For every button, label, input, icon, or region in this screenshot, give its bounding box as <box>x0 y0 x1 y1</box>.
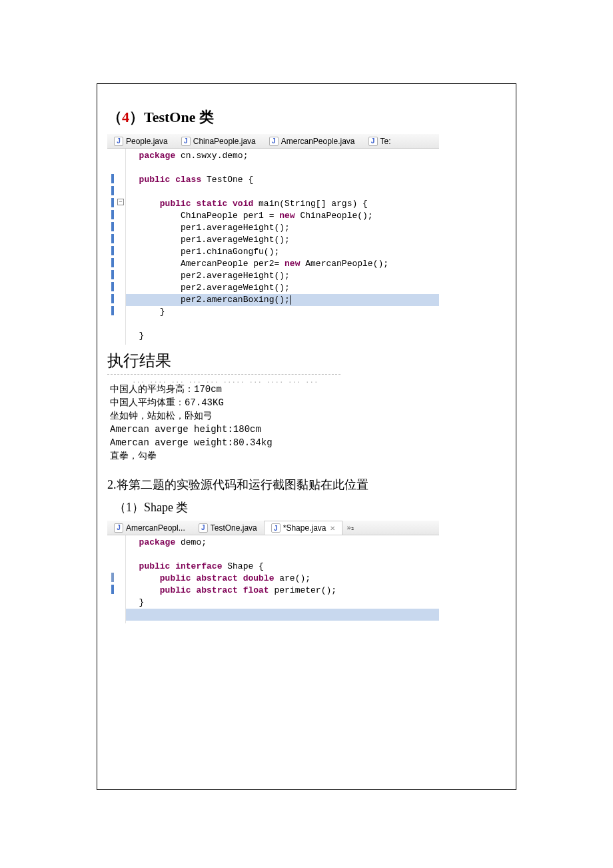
code-line[interactable]: } <box>126 306 439 318</box>
editor-tab[interactable]: JPeople.java <box>107 134 175 149</box>
section-4-heading: （4）TestOne 类 <box>107 107 506 127</box>
code-text: } <box>139 597 145 607</box>
code-line[interactable]: per2.averageWeight(); <box>126 282 439 294</box>
tab-label: Te: <box>380 137 391 146</box>
tab-label: TestOne.java <box>211 523 257 533</box>
editor-testone: JPeople.javaJChinaPeople.javaJAmercanPeo… <box>107 134 439 345</box>
code-text: demo; <box>175 537 207 547</box>
code-editor-2[interactable]: package demo; public interface Shape { p… <box>107 535 439 623</box>
code-text: perimeter(); <box>269 585 336 595</box>
change-marker-icon <box>111 306 114 315</box>
console-header-dots: ··· ···· ··· ··· ··· ····· ··· ···· ··· … <box>110 376 340 383</box>
java-file-icon: J <box>199 523 208 533</box>
editor-tab[interactable]: JChinaPeople.java <box>175 134 263 149</box>
gutter-1: − <box>107 149 126 345</box>
gutter-row <box>107 317 125 329</box>
code-text: TestOne { <box>201 175 253 185</box>
code-line[interactable]: public abstract float perimeter(); <box>126 585 439 597</box>
result-heading: 执行结果 <box>107 350 506 371</box>
gutter-row <box>107 149 125 161</box>
editor-tab[interactable]: J*Shape.java✕ <box>264 521 343 535</box>
gutter-row <box>107 329 125 341</box>
editor-tab[interactable]: JTe: <box>362 134 398 149</box>
code-editor-1[interactable]: − package cn.swxy.demo; public class Tes… <box>107 149 439 345</box>
code-line[interactable]: ChinaPeople per1 = new ChinaPeople(); <box>126 210 439 222</box>
change-marker-icon <box>111 186 114 195</box>
code-text: ChinaPeople(); <box>295 211 373 221</box>
code-line[interactable] <box>126 609 439 621</box>
change-marker-icon <box>111 174 114 183</box>
code-line[interactable]: per1.chinaGongfu(); <box>126 246 439 258</box>
java-file-icon: J <box>114 137 123 146</box>
keyword: new <box>279 211 295 221</box>
gutter-row <box>107 269 125 281</box>
code-line[interactable]: per2.amercanBoxing(); <box>126 294 439 306</box>
gutter-row <box>107 547 125 559</box>
code-text: are(); <box>274 573 310 583</box>
code-line[interactable]: per1.averageWeight(); <box>126 234 439 246</box>
code-line[interactable] <box>126 318 439 330</box>
gutter-2 <box>107 535 126 623</box>
editor-tab[interactable]: JAmercanPeopl... <box>107 521 192 535</box>
tab-label: ChinaPeople.java <box>193 137 256 146</box>
gutter-row <box>107 571 125 583</box>
code-text: per2.averageHeight(); <box>181 271 290 281</box>
gutter-row <box>107 535 125 547</box>
tab-bar-2: JAmercanPeopl...JTestOne.javaJ*Shape.jav… <box>107 521 439 535</box>
java-file-icon: J <box>181 137 191 146</box>
editor-tab[interactable]: JTestOne.java <box>192 521 264 535</box>
change-marker-icon <box>111 294 114 303</box>
java-file-icon: J <box>114 523 123 533</box>
code-text: AmercanPeople per2= <box>181 259 285 269</box>
code-line[interactable] <box>126 549 439 561</box>
code-line[interactable]: public abstract double are(); <box>126 573 439 585</box>
code-text: AmercanPeople(); <box>300 259 388 269</box>
code-line[interactable]: } <box>126 597 439 609</box>
java-file-icon: J <box>269 137 279 146</box>
code-line[interactable]: per2.averageHeight(); <box>126 270 439 282</box>
change-marker-icon <box>111 246 114 255</box>
code-line[interactable]: } <box>126 330 439 342</box>
console-line: Amercan averge height:180cm <box>110 423 340 436</box>
code-text: } <box>139 331 145 341</box>
code-text: per1.averageHeight(); <box>181 223 290 233</box>
console-line: Amercan averge weight:80.34kg <box>110 436 340 449</box>
gutter-row <box>107 245 125 257</box>
gutter-row <box>107 209 125 221</box>
document-frame: （4）TestOne 类 JPeople.javaJChinaPeople.ja… <box>97 83 516 790</box>
code-line[interactable]: public class TestOne { <box>126 174 439 186</box>
code-line[interactable] <box>126 186 439 198</box>
change-marker-icon <box>111 222 114 231</box>
code-text: per2.amercanBoxing(); <box>181 295 290 305</box>
question-2-text: 2.将第二题的实验源代码和运行截图黏贴在此位置 <box>107 477 506 493</box>
code-line[interactable]: per1.averageHeight(); <box>126 222 439 234</box>
editor-shape: JAmercanPeopl...JTestOne.javaJ*Shape.jav… <box>107 521 439 623</box>
tab-overflow-icon[interactable]: »₂ <box>342 523 357 532</box>
code-text: } <box>160 307 165 317</box>
section-number: 4 <box>122 109 129 125</box>
close-tab-icon[interactable]: ✕ <box>330 525 335 532</box>
editor-tab[interactable]: JAmercanPeople.java <box>263 134 362 149</box>
keyword: public static void <box>160 199 253 209</box>
code-line[interactable]: public static void main(String[] args) { <box>126 198 439 210</box>
fold-toggle-icon[interactable]: − <box>117 199 124 205</box>
keyword: package <box>139 151 176 161</box>
gutter-row <box>107 173 125 185</box>
tab-label: AmercanPeopl... <box>126 523 185 533</box>
gutter-row <box>107 221 125 233</box>
console-line: 坐如钟，站如松，卧如弓 <box>110 409 340 423</box>
code-line[interactable]: package demo; <box>126 537 439 549</box>
paren-close: ） <box>129 109 144 125</box>
gutter-row <box>107 305 125 317</box>
code-area-2[interactable]: package demo; public interface Shape { p… <box>126 535 439 623</box>
code-text: per2.averageWeight(); <box>181 283 290 293</box>
code-area-1[interactable]: package cn.swxy.demo; public class TestO… <box>126 149 439 345</box>
console-line: 中国人的平均身高：170cm <box>110 383 340 396</box>
text-cursor <box>290 295 291 305</box>
code-line[interactable]: package cn.swxy.demo; <box>126 150 439 162</box>
code-line[interactable]: AmercanPeople per2= new AmercanPeople(); <box>126 258 439 270</box>
code-line[interactable]: public interface Shape { <box>126 561 439 573</box>
code-line[interactable] <box>126 162 439 174</box>
keyword: public class <box>139 175 202 185</box>
change-marker-icon <box>111 234 114 243</box>
